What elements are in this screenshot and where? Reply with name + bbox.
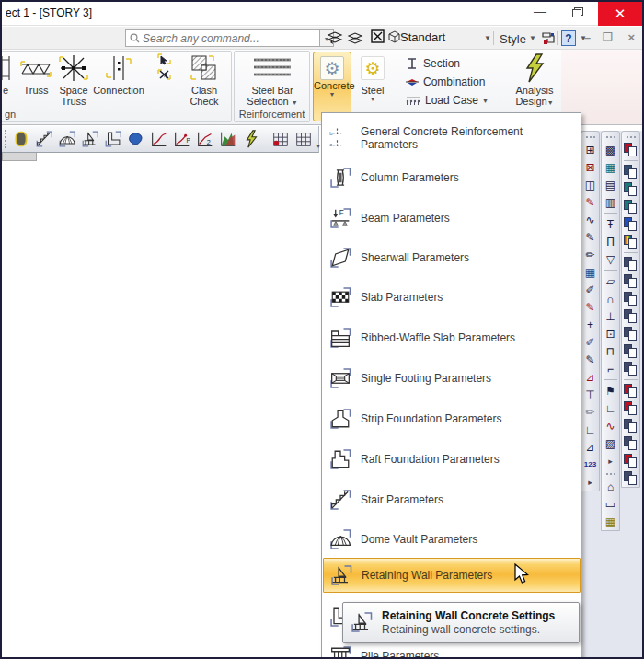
toolbar-gripper[interactable]: [625, 134, 638, 139]
close-button[interactable]: ✕: [598, 2, 642, 26]
copy-beam-properties-icon[interactable]: [622, 255, 639, 272]
menu-item-retaining-wall[interactable]: Retaining Wall Parameters: [323, 558, 581, 593]
strip-foundation-tool-icon[interactable]: ⊥: [602, 307, 619, 325]
copy-properties-icon[interactable]: [622, 198, 639, 215]
command-search[interactable]: [125, 29, 320, 47]
analysis-design-button[interactable]: AnalysisDesign▼: [510, 52, 559, 109]
doc-restore-button[interactable]: ❒: [602, 30, 613, 44]
style-set-select[interactable]: Standart: [400, 30, 492, 44]
pencil-tool-icon[interactable]: ✏: [581, 246, 599, 263]
lasso-select-icon[interactable]: ∿: [581, 211, 599, 228]
erase-red-icon[interactable]: ✎: [581, 298, 599, 316]
toolbar-overflow-icon[interactable]: ▸: [602, 452, 619, 469]
clash-check-button[interactable]: ClashCheck: [180, 52, 228, 107]
copy-properties-icon[interactable]: [622, 163, 639, 180]
help-button[interactable]: ?: [561, 30, 576, 46]
selection-table-icon[interactable]: ⊞: [581, 141, 599, 158]
building-tool-icon[interactable]: ⌂: [602, 478, 619, 495]
graph-p-icon[interactable]: P: [172, 128, 192, 150]
doc-close-button[interactable]: ×: [627, 30, 635, 44]
menu-item-slab[interactable]: Slab Parameters: [323, 279, 580, 316]
portal-frame-tool-icon[interactable]: ⊓: [602, 342, 619, 360]
spline-tool-icon[interactable]: ∿: [602, 417, 619, 434]
stair-icon[interactable]: [34, 128, 54, 150]
restore-button[interactable]: [563, 2, 591, 26]
copy-properties-icon[interactable]: [622, 215, 639, 233]
solid-region-icon[interactable]: [126, 128, 146, 150]
numbering-icon[interactable]: 123: [581, 456, 599, 473]
shearwall-tool-icon[interactable]: ▱: [602, 272, 619, 290]
eraser-tool-icon[interactable]: ✏: [581, 403, 599, 421]
toolbar-gripper[interactable]: [604, 471, 617, 476]
toolbar-gripper[interactable]: [5, 130, 6, 148]
panel-tab[interactable]: [2, 153, 37, 161]
menu-item-shearwall[interactable]: Shearwall Parameters: [323, 239, 580, 276]
slab-edge-tool-icon[interactable]: ▭: [602, 495, 619, 513]
search-input[interactable]: [143, 32, 319, 45]
copy-properties-icon[interactable]: [622, 469, 639, 487]
ribbed-slab-tool-icon[interactable]: ▤: [602, 176, 619, 193]
doc-minimize-button[interactable]: –: [584, 30, 591, 44]
select-add-button[interactable]: [152, 52, 176, 83]
load-case-button[interactable]: Load Case ▼: [405, 92, 504, 109]
layer-up-icon[interactable]: [326, 29, 344, 48]
menu-item-dome-vault[interactable]: Dome Vault Parameters: [323, 521, 580, 558]
move-node-icon[interactable]: +: [581, 316, 599, 333]
single-footing-tool-icon[interactable]: ⊡: [602, 325, 619, 342]
trim-tool-icon[interactable]: ⊿: [581, 368, 599, 386]
grid-plan-tool-icon[interactable]: ▦: [602, 513, 619, 530]
pick-tool-icon[interactable]: ✐: [581, 281, 599, 298]
style-menu[interactable]: Style: [500, 32, 526, 46]
hatch-map-tool-icon[interactable]: ▨: [602, 434, 619, 452]
concrete-button[interactable]: ⚙ Concrete ▼: [313, 52, 351, 121]
graph-curve-icon[interactable]: [149, 128, 169, 150]
copy-stair-properties-icon[interactable]: [622, 382, 639, 399]
toolbar-overflow-icon[interactable]: ▾: [316, 142, 320, 150]
menu-item-ribbed-slab[interactable]: Ribbed-Waffle Slab Parameters: [323, 319, 580, 356]
bolt-icon[interactable]: [241, 128, 261, 150]
toolbar-gripper[interactable]: [604, 134, 617, 139]
retaining-wall-icon[interactable]: [80, 128, 100, 150]
steel-bar-selection-button[interactable]: Steel BarSelection ▼: [237, 52, 307, 109]
copy-slab-properties-icon[interactable]: [622, 272, 639, 290]
ribbed-slab-2-tool-icon[interactable]: ▥: [602, 193, 619, 211]
table-dot-icon[interactable]: [270, 128, 291, 150]
dome-vault-icon[interactable]: [57, 128, 77, 150]
copy-footing-properties-icon[interactable]: [622, 325, 639, 342]
copy-building-properties-icon[interactable]: [622, 434, 639, 452]
connection-button[interactable]: Connection: [93, 52, 144, 96]
menu-item-single-footing[interactable]: Single Footing Parameters: [323, 360, 580, 397]
combination-button[interactable]: Combination: [405, 74, 504, 90]
apply-properties-icon[interactable]: [622, 452, 639, 469]
copy-truss-properties-icon[interactable]: [622, 342, 639, 360]
menu-item-stair[interactable]: Stair Parameters: [323, 481, 580, 518]
paste-properties-icon[interactable]: [622, 141, 639, 158]
gradient-properties-icon[interactable]: [622, 233, 639, 250]
graph-2-icon[interactable]: 2: [195, 128, 215, 150]
menu-item-strip-foundation[interactable]: Strip Foundation Parameters: [323, 400, 580, 437]
beam-tool-icon[interactable]: Ŧ: [602, 215, 619, 233]
copy-region-properties-icon[interactable]: [622, 360, 639, 377]
frame-select-icon[interactable]: ▦: [581, 263, 599, 281]
u-wall-tool-icon[interactable]: ∩: [602, 290, 619, 307]
copy-wall-properties-icon[interactable]: [622, 307, 639, 325]
slab-tool-icon[interactable]: ▩: [602, 141, 619, 158]
chevron-down-icon[interactable]: ▼: [484, 34, 491, 42]
delete-selection-icon[interactable]: ⊠: [581, 158, 599, 176]
area-chart-icon[interactable]: [218, 128, 238, 150]
layer-down-icon[interactable]: [346, 29, 364, 48]
window-selection-icon[interactable]: ◫: [581, 176, 599, 193]
copy-shape-properties-icon[interactable]: [622, 417, 639, 434]
menu-item-raft-foundation[interactable]: Raft Foundation Parameters: [323, 441, 580, 478]
raft-foundation-tool-icon[interactable]: ⌐: [602, 360, 619, 377]
table-grid-icon[interactable]: [293, 128, 314, 150]
section-button[interactable]: Section: [405, 55, 504, 72]
retaining-wall-tool-icon[interactable]: ⚑: [602, 382, 619, 399]
draw-pen-icon[interactable]: ✎: [581, 228, 599, 246]
close-view-icon[interactable]: [368, 29, 386, 48]
draw-tool-icon[interactable]: ✎: [581, 351, 599, 368]
copy-column-properties-icon[interactable]: [622, 290, 639, 307]
pick-blue-icon[interactable]: ✐: [581, 333, 599, 351]
menu-item-column[interactable]: Column Parameters: [323, 159, 580, 196]
space-truss-button[interactable]: SpaceTruss: [54, 52, 93, 107]
